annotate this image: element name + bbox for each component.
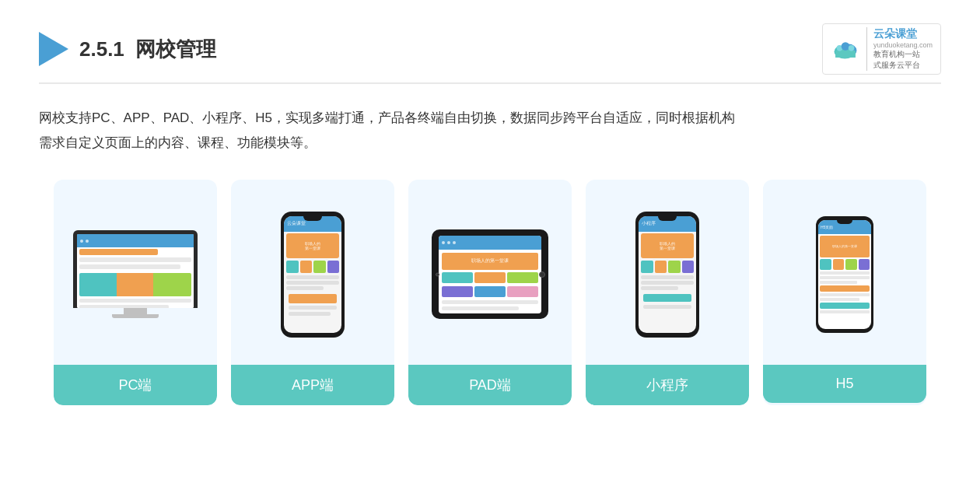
description-line1: 网校支持PC、APP、PAD、小程序、H5，实现多端打通，产品各终端自由切换，数… [39,106,941,131]
miniphone-grid-h5 [820,259,870,270]
phone-grid-mini-1 [641,261,653,273]
cloud-icon [831,38,860,60]
phone-banner-text-mini: 职场人的第一堂课 [660,241,675,250]
phone-grid-item-1 [286,261,299,273]
svg-point-5 [842,42,850,51]
phone-screen-content-app: 云朵课堂 职场人的第一堂课 [284,216,341,333]
phone-grid-app [286,261,339,273]
phone-outer-app: 云朵课堂 职场人的第一堂课 [281,212,345,338]
phone-list-row-1 [286,275,339,279]
logo-triangle-icon [39,32,68,66]
description-line2: 需求自定义页面上的内容、课程、功能模块等。 [39,131,941,156]
phone-list-row-mini-2 [641,281,694,285]
phone-mockup-h5: H5页面 职场人的第一堂课 [810,216,880,333]
phone-list-rows-app [286,275,339,316]
tablet-color-6 [507,286,538,297]
title-bold: 网校管理 [135,37,216,61]
brand-logo: 云朵课堂 yunduoketang.com 教育机构一站 式服务云平台 [822,23,941,75]
tablet-screen-top [439,236,541,250]
pc-device-area [65,197,206,352]
phone-top-text-mini: 小程序 [642,220,656,227]
brand-logo-icon [831,38,860,60]
tablet-color-5 [474,286,506,297]
card-miniprogram: 小程序 职场人的第一堂课 [586,180,749,405]
tablet-mockup: 职场人的第一堂课 [432,229,548,319]
miniphone-screen-h5: H5页面 职场人的第一堂课 [818,220,871,329]
tablet-color-4 [442,286,473,297]
card-app: 云朵课堂 职场人的第一堂课 [231,180,394,405]
phone-banner-text-app: 职场人的第一堂课 [305,241,320,250]
phone-list-row-mini-4 [643,305,691,309]
card-h5: H5页面 职场人的第一堂课 [763,180,926,405]
tablet-screen: 职场人的第一堂课 [439,236,541,313]
tablet-color-3 [507,272,538,283]
phone-list-row-mini-3 [641,286,678,290]
phone-grid-item-2 [300,261,313,273]
pc-row-5 [79,299,191,303]
tablet-color-1 [442,272,473,283]
pc-mockup [73,230,198,318]
card-label-miniprogram: 小程序 [586,365,749,405]
phone-grid-item-4 [327,261,340,273]
pad-device-area: 职场人的第一堂课 [419,197,561,352]
phone-notch-app [303,216,322,221]
phone-grid-mini-4 [682,261,695,273]
header: 2.5.1 网校管理 云朵课堂 yunduo [39,23,941,84]
tablet-dot-2 [447,241,450,244]
tablet-camera-icon [436,272,439,276]
phone-screen-mini: 小程序 职场人的第一堂课 [639,216,696,333]
pc-row-6 [79,305,169,308]
phone-screen-app: 云朵课堂 职场人的第一堂课 [284,216,341,333]
page-container: 2.5.1 网校管理 云朵课堂 yunduo [0,0,980,490]
pc-row-1 [79,249,158,255]
card-label-app: APP端 [231,365,394,405]
phone-grid-mini-2 [655,261,667,273]
card-pc: PC端 [54,180,217,405]
phone-mockup-mini: 小程序 职场人的第一堂课 [632,212,702,338]
miniphone-row-h5-1 [820,271,870,275]
phone-list-row-4 [289,306,337,310]
card-label-pc: PC端 [54,365,217,405]
miniphone-notch-h5 [837,220,852,224]
tablet-outer: 职场人的第一堂课 [432,229,548,319]
pc-row-2 [79,257,191,262]
miniphone-grid-h5-3 [845,259,857,270]
pc-screen-outer [73,230,198,308]
miniphone-grid-h5-2 [833,259,845,270]
tablet-body-banner: 职场人的第一堂课 [442,253,538,270]
pc-base [112,314,159,318]
tablet-dot-3 [453,241,456,244]
card-pad: 职场人的第一堂课 [408,180,572,405]
svg-point-6 [849,45,855,51]
pc-screen-content [77,234,194,308]
miniphone-row-h5-3 [820,281,857,284]
brand-text-block: 云朵课堂 yunduoketang.com 教育机构一站 式服务云平台 [866,27,933,71]
phone-list-row-mini-1 [641,275,694,279]
card-label-pad: PAD端 [408,365,572,405]
pc-screen-inner [77,234,194,308]
brand-tagline: 教育机构一站 式服务云平台 [873,49,933,71]
pc-stand [124,308,147,314]
phone-grid-mini [641,261,694,273]
phone-orange-banner-app: 职场人的第一堂课 [286,233,339,258]
tablet-home-button [539,271,545,278]
phone-grid-mini-3 [668,261,681,273]
miniphone-row-h5-5 [820,298,859,301]
miniprogram-device-area: 小程序 职场人的第一堂课 [597,197,738,352]
miniphone-rows-h5 [820,271,870,313]
tablet-color-2 [474,272,506,283]
pc-screen-bar [77,234,194,247]
pc-dot-2 [86,240,89,243]
phone-list-rows-mini [641,275,694,310]
miniphone-row-h5-6 [820,310,870,313]
page-title: 2.5.1 网校管理 [79,36,216,63]
svg-rect-3 [835,51,856,58]
phone-list-row-2 [286,281,339,285]
phone-orange-banner-mini: 职场人的第一堂课 [641,233,694,258]
h5-device-area: H5页面 职场人的第一堂课 [774,197,915,352]
phone-notch-mini [658,216,677,221]
tablet-banner-text: 职场人的第一堂课 [471,257,509,264]
phone-grid-item-3 [313,261,326,273]
cards-container: PC端 云朵课堂 职场人的第一堂课 [39,180,941,405]
phone-top-text-app: 云朵课堂 [287,220,306,227]
